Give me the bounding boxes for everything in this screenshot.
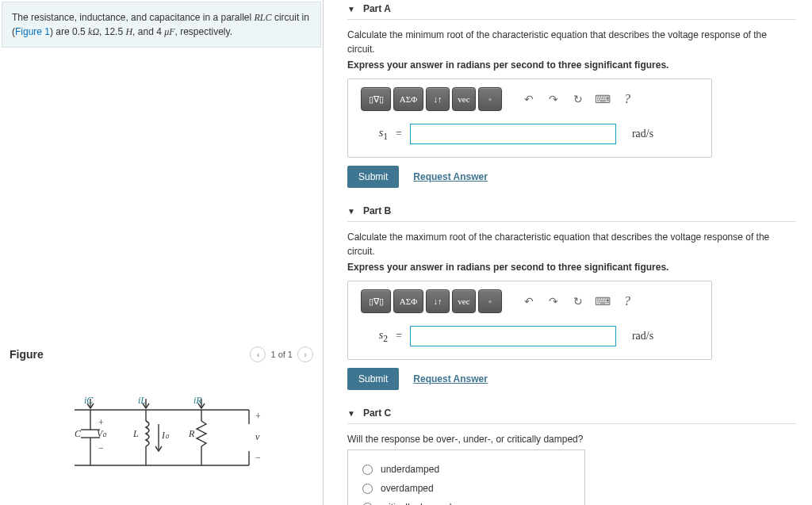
undo-icon[interactable]: ↶ — [520, 293, 538, 309]
left-pane: The resistance, inductance, and capacita… — [0, 0, 324, 505]
radio-underdamped[interactable] — [362, 465, 373, 475]
part-b: ▼ Part B Calculate the maximum root of t… — [347, 205, 796, 390]
help-icon[interactable]: ? — [619, 91, 636, 107]
keyboard-icon[interactable]: ⌨ — [594, 91, 611, 107]
problem-text: The resistance, inductance, and capacita… — [12, 12, 255, 23]
part-b-input[interactable] — [410, 326, 616, 346]
keyboard-icon[interactable]: ⌨ — [594, 293, 611, 309]
problem-end: , respectively. — [175, 26, 232, 37]
subsup-button[interactable]: ↓↑ — [426, 289, 450, 313]
pager-label: 1 of 1 — [270, 350, 293, 359]
part-a-toolbar: ▯∇▯ ΑΣΦ ↓↑ vec ◦ ↶ ↷ ↻ ⌨ ? — [361, 87, 699, 111]
part-a-answer-panel: ▯∇▯ ΑΣΦ ↓↑ vec ◦ ↶ ↷ ↻ ⌨ ? s1 = rad/s — [347, 78, 712, 158]
degree-button[interactable]: ◦ — [478, 87, 502, 111]
template-button[interactable]: ▯∇▯ — [361, 87, 391, 111]
part-b-title: Part B — [363, 205, 391, 216]
part-a-input[interactable] — [410, 124, 616, 144]
figure-link[interactable]: Figure 1 — [15, 26, 50, 37]
help-icon[interactable]: ? — [619, 293, 636, 309]
subsup-button[interactable]: ↓↑ — [426, 87, 450, 111]
undo-icon[interactable]: ↶ — [520, 91, 538, 107]
part-a-instr: Express your answer in radians per secon… — [347, 59, 796, 71]
caret-icon: ▼ — [347, 207, 355, 216]
degree-button[interactable]: ◦ — [478, 289, 502, 313]
problem-statement: The resistance, inductance, and capacita… — [2, 2, 321, 48]
redo-icon[interactable]: ↷ — [545, 293, 562, 309]
pager-next[interactable]: › — [297, 346, 313, 362]
template-button[interactable]: ▯∇▯ — [361, 289, 391, 313]
figure-section: Figure ‹ 1 of 1 › — [0, 339, 323, 505]
option-label: critically damped — [381, 502, 451, 505]
part-a-desc: Calculate the minimum root of the charac… — [347, 28, 796, 56]
vector-button[interactable]: vec — [452, 87, 476, 111]
option-label: underdamped — [381, 464, 439, 475]
label-R: R — [188, 428, 195, 439]
figure-title: Figure — [10, 348, 44, 361]
option-critically-damped[interactable]: critically damped — [362, 498, 570, 505]
label-L: L — [132, 428, 139, 439]
part-a-input-row: s1 = rad/s — [361, 124, 699, 144]
label-plus-1: + — [98, 417, 104, 428]
part-b-header[interactable]: ▼ Part B — [347, 205, 796, 222]
pager-prev[interactable]: ‹ — [250, 346, 266, 362]
part-b-var: s2 — [361, 329, 388, 344]
part-b-toolbar: ▯∇▯ ΑΣΦ ↓↑ vec ◦ ↶ ↷ ↻ ⌨ ? — [361, 289, 699, 313]
problem-sep2: , and 4 — [132, 26, 164, 37]
part-a-submit-button[interactable]: Submit — [347, 166, 399, 188]
reset-icon[interactable]: ↻ — [569, 91, 587, 107]
radio-overdamped[interactable] — [362, 484, 373, 494]
part-c-title: Part C — [363, 407, 391, 419]
rlc-term: RLC — [255, 12, 272, 23]
part-a-submit-row: Submit Request Answer — [347, 166, 796, 188]
part-b-instr: Express your answer in radians per secon… — [347, 262, 796, 273]
problem-after-link: ) are 0.5 — [50, 26, 88, 37]
part-b-answer-panel: ▯∇▯ ΑΣΦ ↓↑ vec ◦ ↶ ↷ ↻ ⌨ ? s2 = rad/s — [347, 281, 712, 360]
part-b-unit: rad/s — [632, 330, 653, 342]
part-a-title: Part A — [363, 3, 391, 14]
part-a-header[interactable]: ▼ Part A — [347, 3, 796, 20]
symbols-button[interactable]: ΑΣΦ — [393, 87, 423, 111]
label-V0: V₀ — [97, 428, 107, 439]
part-b-submit-button[interactable]: Submit — [347, 368, 399, 390]
caret-icon: ▼ — [347, 5, 355, 13]
option-underdamped[interactable]: underdamped — [362, 460, 570, 479]
redo-icon[interactable]: ↷ — [545, 91, 562, 107]
label-minus-2: − — [255, 452, 261, 463]
equals-sign: = — [396, 330, 402, 342]
caret-icon: ▼ — [347, 409, 355, 418]
part-c-desc: Will the response be over-, under-, or c… — [347, 432, 796, 446]
problem-sep1: , 12.5 — [99, 26, 125, 37]
part-b-input-row: s2 = rad/s — [361, 326, 699, 346]
vector-button[interactable]: vec — [452, 289, 476, 313]
figure-pager: ‹ 1 of 1 › — [250, 346, 313, 362]
part-b-request-link[interactable]: Request Answer — [413, 373, 488, 384]
symbols-button[interactable]: ΑΣΦ — [393, 289, 423, 313]
circuit-diagram: iC iL iR C + V₀ − L I₀ R + v − — [59, 394, 265, 481]
figure-header: Figure ‹ 1 of 1 › — [10, 346, 313, 362]
equals-sign: = — [396, 128, 402, 140]
label-C: C — [75, 428, 82, 439]
unit-h: H — [125, 26, 132, 37]
label-plus-2: + — [255, 411, 261, 422]
option-overdamped[interactable]: overdamped — [362, 479, 570, 498]
part-a-unit: rad/s — [632, 128, 653, 140]
right-pane: ▼ Part A Calculate the minimum root of t… — [324, 0, 812, 505]
part-c-header[interactable]: ▼ Part C — [347, 407, 796, 424]
unit-kohm: kΩ — [88, 26, 99, 37]
label-minus-1: − — [98, 442, 104, 453]
label-I0: I₀ — [161, 430, 170, 441]
radio-critically-damped[interactable] — [362, 503, 373, 506]
label-iL: iL — [138, 395, 146, 406]
reset-icon[interactable]: ↻ — [569, 293, 587, 309]
part-a-request-link[interactable]: Request Answer — [413, 171, 488, 182]
part-b-desc: Calculate the maximum root of the charac… — [347, 230, 796, 258]
part-a: ▼ Part A Calculate the minimum root of t… — [347, 3, 796, 188]
label-iC: iC — [84, 395, 94, 406]
part-c-options: underdamped overdamped critically damped — [347, 450, 585, 505]
unit-uf: μF — [164, 26, 174, 37]
label-iR: iR — [193, 395, 202, 406]
part-a-var: s1 — [361, 127, 388, 142]
option-label: overdamped — [381, 483, 434, 494]
label-v: v — [255, 431, 260, 442]
part-b-submit-row: Submit Request Answer — [347, 368, 796, 390]
